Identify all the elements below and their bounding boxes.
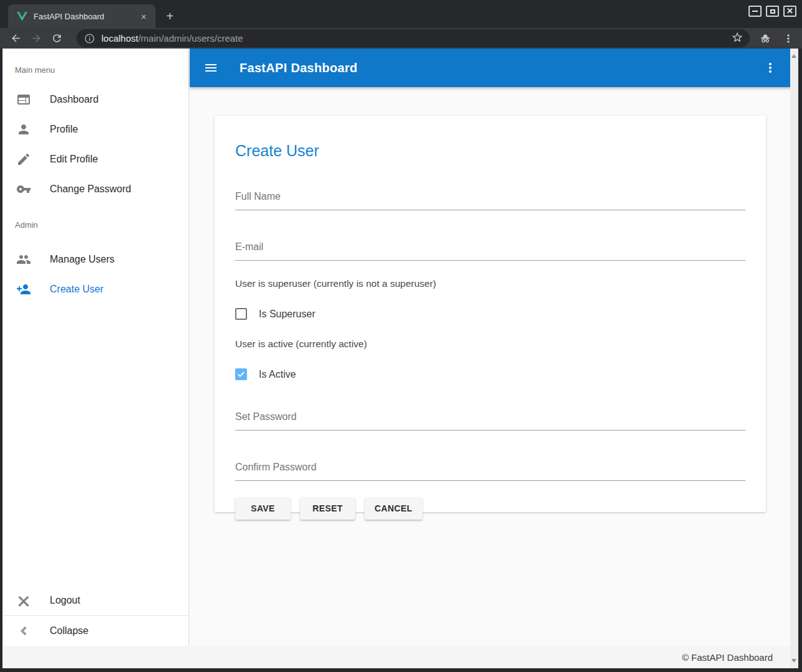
sidebar-bottom: Logout Collapse — [2, 586, 189, 646]
sidebar-item-label: Profile — [50, 124, 78, 135]
back-arrow-icon[interactable] — [8, 31, 23, 46]
browser-titlebar: FastAPI Dashboard × + ✕ — [0, 0, 802, 28]
url-path: /main/admin/users/create — [138, 33, 243, 44]
web-icon — [16, 92, 31, 107]
bookmark-star-icon[interactable] — [731, 31, 744, 46]
vue-logo-icon — [17, 12, 27, 21]
browser-window: FastAPI Dashboard × + ✕ localhost/main/a… — [0, 0, 802, 672]
appbar-title: FastAPI Dashboard — [240, 61, 358, 75]
close-icon[interactable]: ✕ — [783, 6, 796, 17]
set-password-input[interactable] — [235, 411, 745, 431]
superuser-hint: User is superuser (currently is not a su… — [235, 278, 745, 289]
active-checkbox-label: Is Active — [259, 369, 296, 380]
sidebar-item-label: Logout — [50, 595, 80, 606]
chevron-left-icon — [16, 623, 31, 638]
appbar: FastAPI Dashboard — [190, 49, 793, 87]
page-title: Create User — [235, 141, 745, 161]
key-icon — [16, 182, 31, 197]
checkmark-icon — [236, 369, 246, 380]
toolbar-right — [750, 31, 796, 46]
sidebar-item-collapse[interactable]: Collapse — [2, 616, 189, 646]
reload-icon[interactable] — [49, 31, 64, 46]
maximize-icon[interactable] — [766, 6, 779, 17]
sidebar-section-admin: Admin — [2, 204, 189, 245]
confirm-password-field — [235, 462, 745, 481]
window-controls: ✕ — [748, 6, 796, 17]
sidebar-item-change-password[interactable]: Change Password — [2, 174, 189, 204]
email-input[interactable] — [235, 241, 745, 261]
sidebar-item-edit-profile[interactable]: Edit Profile — [2, 144, 189, 174]
sidebar-item-manage-users[interactable]: Manage Users — [2, 245, 189, 274]
close-icon — [16, 593, 31, 608]
url-bar[interactable]: localhost/main/admin/users/create — [77, 29, 750, 47]
url-text[interactable]: localhost/main/admin/users/create — [101, 33, 243, 44]
save-button[interactable]: SAVE — [235, 497, 291, 520]
superuser-checkbox-row[interactable]: Is Superuser — [235, 308, 745, 320]
active-checkbox-row[interactable]: Is Active — [235, 368, 745, 380]
superuser-checkbox[interactable] — [235, 308, 247, 320]
full-name-input[interactable] — [235, 191, 745, 210]
main-area: FastAPI Dashboard Create User User is su… — [190, 49, 793, 646]
sidebar: Main menu Dashboard Profile Edit Profile — [2, 49, 189, 646]
scroll-up-arrow-icon[interactable] — [791, 54, 796, 58]
people-icon — [16, 252, 31, 267]
sidebar-item-create-user[interactable]: Create User — [2, 274, 189, 304]
sidebar-item-label: Manage Users — [50, 254, 114, 265]
active-checkbox[interactable] — [235, 368, 247, 380]
superuser-checkbox-label: Is Superuser — [259, 309, 315, 320]
reset-button[interactable]: RESET — [300, 497, 355, 520]
vertical-scrollbar[interactable] — [790, 49, 798, 668]
copyright-text: © FastAPI Dashboard — [682, 652, 773, 663]
sidebar-item-label: Collapse — [50, 625, 88, 637]
sidebar-item-label: Dashboard — [50, 94, 98, 105]
info-circle-icon[interactable] — [84, 33, 95, 44]
minimize-icon[interactable] — [748, 6, 762, 17]
person-icon — [16, 122, 31, 137]
sidebar-item-label: Create User — [50, 284, 103, 295]
sidebar-section-main-menu: Main menu — [2, 49, 189, 85]
pencil-icon — [16, 152, 31, 167]
sidebar-item-label: Edit Profile — [50, 154, 98, 165]
email-field — [235, 241, 745, 261]
page-viewport: Main menu Dashboard Profile Edit Profile — [2, 49, 798, 668]
hamburger-menu-icon[interactable] — [203, 60, 218, 75]
new-tab-button[interactable]: + — [162, 8, 178, 24]
tab-title: FastAPI Dashboard — [34, 12, 138, 21]
page-footer: © FastAPI Dashboard — [2, 646, 790, 668]
confirm-password-input[interactable] — [235, 462, 745, 481]
full-name-field — [235, 191, 745, 210]
set-password-field — [235, 411, 745, 431]
active-hint: User is active (currently active) — [235, 338, 745, 350]
forward-arrow-icon[interactable] — [29, 31, 44, 46]
cancel-button[interactable]: CANCEL — [365, 497, 422, 520]
create-user-card: Create User User is superuser (currently… — [215, 116, 766, 512]
incognito-icon — [758, 31, 773, 46]
form-buttons: SAVE RESET CANCEL — [235, 497, 745, 520]
tab-close-icon[interactable]: × — [138, 11, 149, 22]
sidebar-item-dashboard[interactable]: Dashboard — [2, 85, 189, 114]
person-add-icon — [16, 282, 31, 297]
browser-tab[interactable]: FastAPI Dashboard × — [8, 4, 156, 28]
sidebar-item-profile[interactable]: Profile — [2, 114, 189, 144]
scroll-down-arrow-icon[interactable] — [791, 659, 796, 663]
browser-kebab-menu-icon[interactable] — [781, 31, 796, 46]
url-host: localhost — [101, 33, 138, 44]
appbar-kebab-menu-icon[interactable] — [763, 60, 778, 75]
sidebar-item-logout[interactable]: Logout — [2, 586, 189, 615]
sidebar-item-label: Change Password — [50, 184, 131, 195]
browser-toolbar: localhost/main/admin/users/create — [0, 28, 802, 49]
